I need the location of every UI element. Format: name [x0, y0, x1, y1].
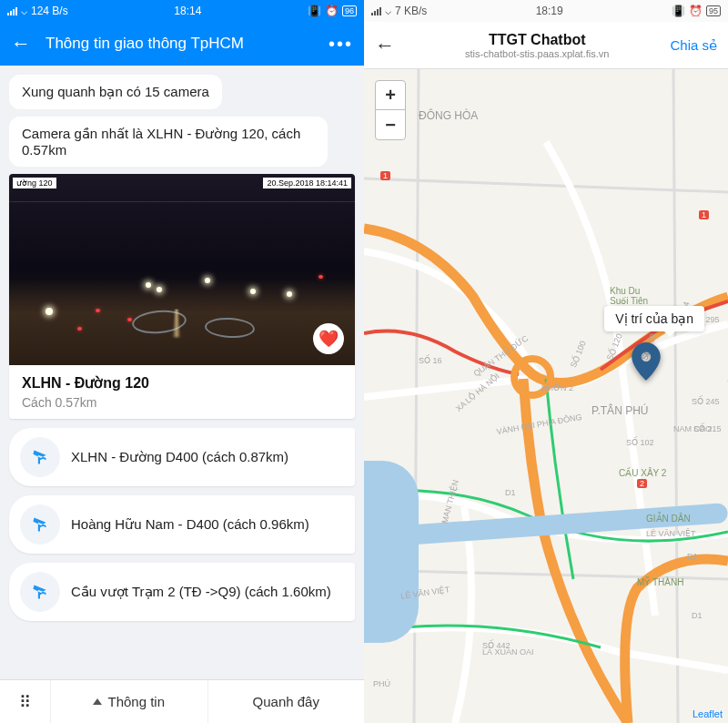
camera-item-label: XLHN - Đường D400 (cách 0.87km) [71, 449, 288, 465]
alarm-icon: ⏰ [689, 5, 703, 17]
map-label: SỐ 102 [626, 438, 654, 447]
clock: 18:14 [174, 5, 201, 17]
camera-name: XLHN - Đường 120 [22, 374, 342, 392]
bottom-bar: ⠿ Thông tin Quanh đây [0, 679, 364, 723]
map-label: 1 [380, 171, 390, 180]
camera-card[interactable]: ường 120 20.Sep.2018 18:14:41 ❤️ XLH [9, 174, 355, 419]
battery-level: 96 [342, 5, 357, 16]
back-button[interactable]: ← [11, 32, 31, 56]
browser-back-button[interactable]: ← [375, 34, 395, 57]
phone-right-map: ⌵ 7 KB/s 18:19 📳 ⏰ 95 ← TTGT Chatbot sti… [364, 0, 728, 723]
keyboard-button[interactable]: ⠿ [0, 680, 51, 723]
more-button[interactable]: ••• [329, 34, 353, 55]
message-bubble: Xung quanh bạn có 15 camera [9, 75, 222, 109]
nearby-label: Quanh đây [253, 694, 319, 709]
wifi-icon: ⌵ [385, 5, 391, 17]
map-label: NHƠN 2 [541, 383, 573, 392]
wifi-icon: ⌵ [21, 5, 27, 17]
map[interactable]: + − [364, 69, 728, 723]
signal-icon [371, 6, 381, 15]
map-label: D1 [692, 611, 703, 620]
vibrate-icon: 📳 [672, 5, 685, 17]
map-label: Khu Du Suối Tiên [610, 286, 648, 306]
camera-list-item[interactable]: Cầu vượt Trạm 2 (TĐ ->Q9) (cách 1.60km) [9, 563, 355, 621]
location-bubble: Vị trí của bạn [604, 306, 704, 331]
camera-icon [20, 504, 60, 545]
camera-list-item[interactable]: XLHN - Đường D400 (cách 0.87km) [9, 428, 355, 486]
share-button[interactable]: Chia sẻ [670, 37, 717, 54]
zoom-in-button[interactable]: + [376, 81, 405, 110]
map-label: PHÚ [373, 679, 390, 688]
net-speed: 124 B/s [31, 5, 68, 17]
map-label: SỐ 16 [419, 356, 442, 365]
camera-icon [20, 572, 60, 612]
phone-left-chat: ⌵ 124 B/s 18:14 📳 ⏰ 96 ← Thông tin giao … [0, 0, 364, 723]
map-roads [364, 69, 728, 723]
leaflet-attribution[interactable]: Leaflet [693, 708, 723, 719]
message-list: Xung quanh bạn có 15 camera Camera gần n… [0, 66, 364, 679]
map-label: MỸ THÀNH [637, 577, 683, 587]
map-label: LÊ VĂN VIỆT [646, 529, 696, 538]
status-bar-left: ⌵ 124 B/s 18:14 📳 ⏰ 96 [0, 0, 364, 22]
camera-item-label: Hoàng Hữu Nam - D400 (cách 0.96km) [71, 516, 309, 533]
alarm-icon: ⏰ [325, 5, 339, 17]
map-label: P.TÂN PHÚ [592, 404, 648, 417]
net-speed: 7 KB/s [395, 5, 427, 17]
nearby-tab[interactable]: Quanh đây [208, 680, 365, 723]
info-tab[interactable]: Thông tin [51, 680, 208, 723]
camera-item-label: Cầu vượt Trạm 2 (TĐ ->Q9) (cách 1.60km) [71, 584, 331, 600]
message-bubble: Camera gần nhất là XLHN - Đường 120, các… [9, 117, 328, 167]
info-label: Thông tin [107, 694, 165, 709]
favorite-button[interactable]: ❤️ [313, 323, 344, 354]
camera-image: ường 120 20.Sep.2018 18:14:41 ❤️ [9, 174, 355, 365]
browser-title: TTGT Chatbot [404, 32, 670, 48]
map-label: SỐ 442 [482, 641, 511, 650]
camera-overlay: ường 120 [13, 178, 56, 188]
chat-header: ← Thông tin giao thông TpHCM ••• [0, 22, 364, 66]
map-label: GIẢN DÂN [646, 514, 691, 524]
camera-distance: Cách 0.57km [22, 395, 342, 410]
map-label: D1 [687, 552, 698, 561]
vibrate-icon: 📳 [308, 5, 321, 17]
battery-level: 95 [706, 5, 721, 16]
zoom-control: + − [375, 80, 406, 140]
location-pin[interactable] [632, 342, 661, 384]
map-label: ĐÔNG HÒA [419, 109, 478, 122]
zoom-out-button[interactable]: − [376, 110, 405, 139]
browser-header: ← TTGT Chatbot stis-chatbot-stis.paas.xp… [364, 22, 728, 69]
clock: 18:19 [536, 5, 563, 17]
map-label: CẦU XÂY 2 [619, 468, 666, 478]
map-label: 2 [637, 479, 647, 488]
map-label: SỐ 215 [693, 424, 722, 433]
map-label: 1 [699, 210, 709, 219]
camera-list-item[interactable]: Hoàng Hữu Nam - D400 (cách 0.96km) [9, 495, 355, 554]
map-label: D1 [505, 488, 516, 497]
camera-timestamp: 20.Sep.2018 18:14:41 [263, 178, 351, 188]
map-label: SỐ 245 [692, 397, 720, 406]
triangle-up-icon [93, 698, 102, 705]
camera-icon [20, 437, 60, 477]
status-bar-right: ⌵ 7 KB/s 18:19 📳 ⏰ 95 [364, 0, 728, 22]
chat-title: Thông tin giao thông TpHCM [46, 35, 329, 53]
browser-url: stis-chatbot-stis.paas.xplat.fis.vn [404, 48, 670, 59]
signal-icon [7, 6, 17, 15]
